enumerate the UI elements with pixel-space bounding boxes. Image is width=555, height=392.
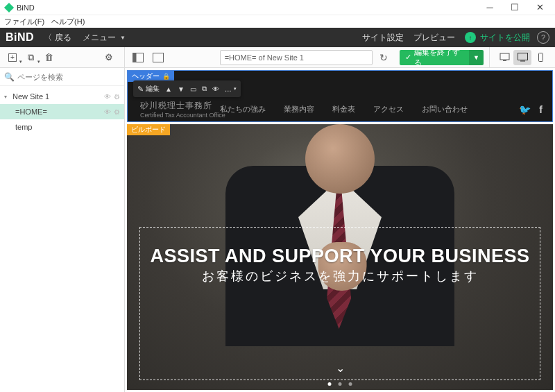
block-edit-toolbar: ✎編集 ▲ ▼ ▭ ⧉ 👁 …▾ bbox=[133, 80, 241, 97]
menu-help[interactable]: ヘルプ(H) bbox=[51, 17, 85, 27]
more-icon: … bbox=[225, 85, 232, 93]
edit-label: 編集 bbox=[146, 84, 160, 94]
tree-row-site[interactable]: ▾ New Site 1 👁⚙ bbox=[0, 89, 124, 104]
hero-heading: ASSIST AND SUPPORT YOUR BUSINESS bbox=[127, 246, 553, 267]
duplicate-button[interactable]: ⧉▾ bbox=[24, 51, 37, 65]
triangle-down-icon: ▼ bbox=[178, 85, 185, 93]
nav-item[interactable]: お問い合わせ bbox=[422, 104, 468, 114]
tree-label: =HOME= bbox=[15, 108, 101, 116]
slide-dots bbox=[328, 382, 352, 386]
site-settings-link[interactable]: サイト設定 bbox=[362, 32, 404, 44]
menu-label: メニュー bbox=[83, 32, 116, 44]
twitter-icon[interactable]: 🐦 bbox=[519, 104, 531, 115]
tree-label: New Site 1 bbox=[12, 92, 101, 101]
site-logo: 砂川税理士事務所 Certified Tax Accountant Office bbox=[140, 100, 225, 119]
panel-left-toggle[interactable] bbox=[130, 50, 145, 65]
svg-rect-3 bbox=[500, 53, 509, 60]
slide-dot[interactable] bbox=[328, 382, 332, 386]
preview-link[interactable]: プレビュー bbox=[413, 32, 455, 44]
view-desktop-button[interactable] bbox=[513, 50, 531, 65]
settings-icon[interactable]: ⚙ bbox=[114, 108, 120, 116]
maximize-button[interactable]: ☐ bbox=[502, 0, 527, 15]
view-tablet-button[interactable] bbox=[495, 50, 513, 65]
triangle-up-icon: ▲ bbox=[165, 85, 172, 93]
billboard-block[interactable]: ビルボード ASSIST AND SUPPORT YOUR BUSINESS お… bbox=[127, 124, 553, 390]
menu-dropdown[interactable]: メニュー ▼ bbox=[83, 32, 126, 44]
frame-button[interactable]: ▭ bbox=[190, 85, 196, 93]
nav-item[interactable]: アクセス bbox=[373, 104, 404, 114]
publish-button[interactable]: ↑ サイトを公開 bbox=[465, 32, 530, 44]
move-bottom-button[interactable]: ▼ bbox=[178, 85, 185, 93]
app-icon bbox=[4, 2, 14, 12]
publish-label: サイトを公開 bbox=[480, 32, 530, 44]
facebook-icon[interactable]: f bbox=[539, 104, 543, 115]
app-menubar: ファイル(F) ヘルプ(H) bbox=[0, 15, 555, 28]
billboard-block-label: ビルボード bbox=[127, 124, 170, 135]
svg-rect-2 bbox=[153, 53, 163, 62]
settings-icon[interactable]: ⚙ bbox=[114, 93, 120, 101]
visibility-icon[interactable]: 👁 bbox=[104, 93, 111, 101]
end-edit-label: 編集を終了する bbox=[414, 47, 465, 68]
view-mobile-button[interactable] bbox=[531, 50, 549, 65]
site-logo-sub: Certified Tax Accountant Office bbox=[140, 112, 225, 119]
site-logo-main: 砂川税理士事務所 bbox=[140, 100, 225, 112]
page-url-input[interactable] bbox=[220, 50, 373, 65]
delete-button[interactable]: 🗑 bbox=[42, 51, 56, 65]
svg-rect-5 bbox=[518, 53, 527, 60]
svg-rect-1 bbox=[133, 53, 136, 62]
scroll-down-icon[interactable]: ⌄ bbox=[336, 361, 345, 375]
visibility-icon[interactable]: 👁 bbox=[104, 108, 111, 116]
search-row: 🔍 bbox=[0, 68, 124, 86]
menu-file[interactable]: ファイル(F) bbox=[4, 17, 44, 27]
window-title: BiND bbox=[17, 3, 477, 12]
hero-subheading: お客様のビジネスを強力にサポートします bbox=[127, 268, 553, 284]
back-button[interactable]: 〈 戻る bbox=[44, 32, 71, 44]
back-arrow-icon: 〈 bbox=[44, 32, 52, 44]
nav-item[interactable]: 料金表 bbox=[332, 104, 355, 114]
copy-icon: ⧉ bbox=[202, 85, 207, 93]
copy-button[interactable]: ⧉ bbox=[202, 85, 207, 93]
tree-row-home[interactable]: =HOME= 👁⚙ bbox=[0, 104, 124, 119]
caret-down-icon: ▾ bbox=[4, 94, 10, 100]
back-label: 戻る bbox=[55, 32, 71, 44]
chevron-down-icon: ▾ bbox=[234, 86, 237, 92]
logo: BiND bbox=[6, 31, 34, 44]
social-icons: 🐦 f bbox=[519, 104, 543, 115]
svg-rect-6 bbox=[520, 61, 525, 62]
tree-label: temp bbox=[15, 123, 120, 131]
window-titlebar: BiND ─ ☐ ✕ bbox=[0, 0, 555, 15]
header-block[interactable]: ヘッダー🔒 ✎編集 ▲ ▼ ▭ ⧉ 👁 …▾ 砂川税理士事務所 Certifie… bbox=[127, 70, 553, 122]
svg-rect-4 bbox=[503, 60, 506, 61]
close-button[interactable]: ✕ bbox=[527, 0, 552, 15]
nav-item[interactable]: 私たちの強み bbox=[220, 104, 266, 114]
main-area: 🔍 ▾ New Site 1 👁⚙ =HOME= 👁⚙ temp ヘッダー🔒 bbox=[0, 68, 555, 392]
search-icon: 🔍 bbox=[4, 72, 15, 82]
svg-rect-7 bbox=[538, 53, 543, 62]
check-icon: ✓ bbox=[405, 53, 411, 62]
pencil-icon: ✎ bbox=[137, 85, 144, 94]
chevron-down-icon: ▼ bbox=[120, 35, 126, 41]
secondary-toolbar: +▾ ⧉▾ 🗑 ⚙ ↻ ✓ 編集を終了する ▼ bbox=[0, 47, 555, 68]
edit-button[interactable]: ✎編集 bbox=[137, 84, 160, 94]
slide-dot[interactable] bbox=[349, 382, 352, 386]
topbar: BiND 〈 戻る メニュー ▼ サイト設定 プレビュー ↑ サイトを公開 ? bbox=[0, 28, 555, 47]
minimize-button[interactable]: ─ bbox=[477, 0, 502, 15]
help-icon[interactable]: ? bbox=[537, 31, 549, 44]
visibility-toggle[interactable]: 👁 bbox=[212, 85, 219, 93]
panel-right-toggle[interactable] bbox=[151, 50, 165, 65]
slide-dot[interactable] bbox=[339, 382, 342, 386]
tree-row-temp[interactable]: temp bbox=[0, 119, 124, 135]
sidebar: 🔍 ▾ New Site 1 👁⚙ =HOME= 👁⚙ temp bbox=[0, 68, 125, 392]
canvas: ヘッダー🔒 ✎編集 ▲ ▼ ▭ ⧉ 👁 …▾ 砂川税理士事務所 Certifie… bbox=[125, 68, 555, 392]
sidebar-settings-button[interactable]: ⚙ bbox=[102, 51, 116, 65]
nav-item[interactable]: 業務内容 bbox=[284, 104, 314, 114]
end-edit-button[interactable]: ✓ 編集を終了する bbox=[400, 50, 470, 65]
header-nav: 私たちの強み 業務内容 料金表 アクセス お問い合わせ bbox=[220, 104, 468, 114]
reload-button[interactable]: ↻ bbox=[377, 50, 391, 65]
move-top-button[interactable]: ▲ bbox=[165, 85, 172, 93]
upload-icon: ↑ bbox=[465, 32, 476, 43]
end-edit-dropdown[interactable]: ▼ bbox=[469, 50, 484, 65]
more-button[interactable]: …▾ bbox=[225, 85, 237, 93]
search-input[interactable] bbox=[17, 73, 120, 81]
add-page-button[interactable]: +▾ bbox=[6, 51, 19, 65]
